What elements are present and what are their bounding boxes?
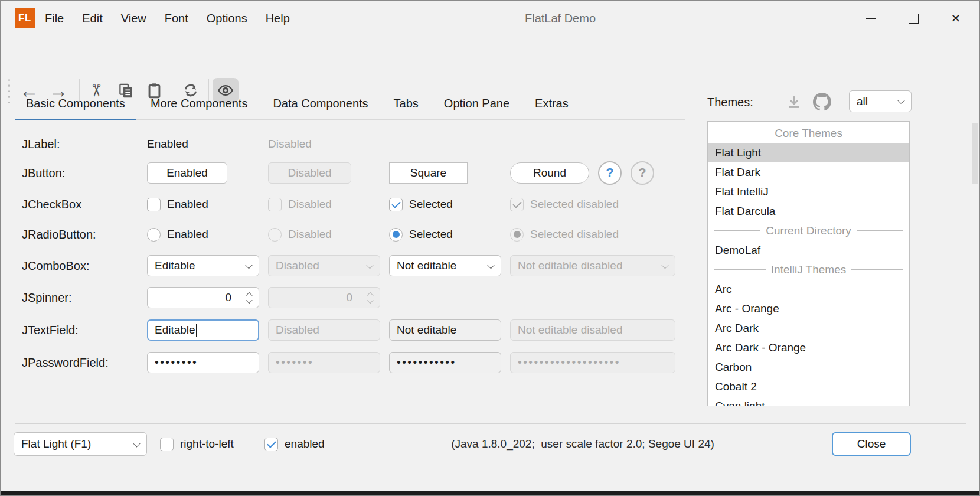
passwordfield-enabled[interactable]: •••••••• [147,352,259,373]
theme-item-flat-light[interactable]: Flat Light [708,143,909,162]
theme-item-arc-dark-orange[interactable]: Arc Dark - Orange [708,338,909,357]
radio-icon [268,228,282,242]
combobox-editable[interactable]: Editable [147,255,259,276]
spinner-up-down-buttons[interactable] [239,288,259,308]
close-window-button[interactable]: ✕ [935,1,977,36]
menu-help[interactable]: Help [266,12,290,25]
minimize-icon [866,18,876,19]
radio-icon [147,228,161,242]
window-title: FlatLaf Demo [525,1,596,36]
github-icon [813,93,831,111]
menu-file[interactable]: File [45,12,64,25]
textfield-editable[interactable]: Editable [147,319,259,341]
flatlaf-demo-window: FL File Edit View Font Options Help Flat… [0,0,980,496]
radio-selected[interactable]: Selected [389,221,501,247]
jpasswordfield-row: JPasswordField: •••••••• ••••••• •••••••… [22,350,683,376]
spinner-enabled[interactable]: 0 [147,287,259,308]
round-button[interactable]: Round [510,162,589,184]
jcheckbox-row: JCheckBox Enabled Disabled Selected Sele… [22,191,683,217]
passwordfield-not-editable[interactable]: ••••••••••• [389,352,501,373]
close-button[interactable]: Close [832,432,911,456]
theme-filter-combobox[interactable]: all [849,90,912,112]
theme-item-carbon[interactable]: Carbon [708,357,909,377]
textfield-not-editable[interactable]: Not editable [389,319,501,341]
square-button[interactable]: Square [389,162,468,184]
theme-item-flat-darcula[interactable]: Flat Darcula [708,201,909,221]
status-text: (Java 1.8.0_202; user scale factor 2.0; … [451,431,714,457]
checkbox-icon [160,438,174,451]
combobox-not-editable[interactable]: Not editable [389,255,501,276]
toolbar: ← → ✂ [1,36,979,74]
maximize-button[interactable] [892,1,935,36]
jcombobox-row: JComboBox: Editable Disabled Not editabl… [22,253,683,279]
tab-tabs[interactable]: Tabs [383,89,430,119]
checkbox-enabled[interactable]: Enabled [147,191,259,217]
jlabel-enabled: Enabled [147,138,188,151]
jbutton-row-label: JButton: [22,160,65,186]
help-button[interactable]: ? [598,161,622,185]
chevron-down-icon[interactable] [239,256,259,276]
enabled-checkbox[interactable]: enabled [264,431,325,457]
disabled-button: Disabled [268,162,351,184]
chevron-down-icon[interactable] [481,256,501,276]
theme-group-separator: IntelliJ Themes [708,260,909,279]
download-themes-button[interactable] [786,94,802,110]
passwordfield-not-editable-disabled: ••••••••••••••••••• [510,352,675,373]
menu-options[interactable]: Options [207,12,247,25]
window-controls: ✕ [850,1,977,36]
theme-item-arc[interactable]: Arc [708,279,909,299]
menu-view[interactable]: View [121,12,146,25]
theme-item-arc-orange[interactable]: Arc - Orange [708,299,909,318]
radio-checked-icon [510,228,524,242]
minimize-button[interactable] [850,1,892,36]
chevron-down-icon [891,91,911,112]
enabled-button[interactable]: Enabled [147,162,227,184]
passwordfield-disabled: ••••••• [268,352,380,373]
right-to-left-checkbox[interactable]: right-to-left [160,431,234,457]
checkbox-icon [147,198,161,211]
jtextfield-row: JTextField: Editable Disabled Not editab… [22,317,683,343]
spinner-up-down-buttons [360,288,380,308]
tab-data-components[interactable]: Data Components [262,89,379,119]
combobox-disabled: Disabled [268,255,380,276]
bottom-separator [15,423,966,424]
tab-more-components[interactable]: More Components [139,89,259,119]
laf-combobox[interactable]: Flat Light (F1) [14,432,147,456]
chevron-down-icon [367,296,373,303]
spinner-disabled: 0 [268,287,380,308]
text-caret [196,324,197,337]
jlabel-disabled: Disabled [268,138,312,151]
jradiobutton-row-label: JRadioButton: [22,221,96,247]
theme-item-arc-dark[interactable]: Arc Dark [708,318,909,338]
jpasswordfield-row-label: JPasswordField: [22,350,109,376]
theme-item-flat-intellij[interactable]: Flat IntelliJ [708,182,909,201]
github-button[interactable] [813,93,831,111]
menu-font[interactable]: Font [165,12,188,25]
checkbox-disabled: Disabled [268,191,380,217]
jspinner-row: JSpinner: 0 0 [22,285,683,311]
tab-option-pane[interactable]: Option Pane [433,89,521,119]
help-button-disabled: ? [631,161,654,185]
theme-group-separator: Core Themes [708,123,909,143]
menu-edit[interactable]: Edit [82,12,102,25]
radio-enabled[interactable]: Enabled [147,221,259,247]
theme-item-demolaf[interactable]: DemoLaf [708,240,909,260]
jcheckbox-row-label: JCheckBox [22,191,81,217]
tab-basic-components[interactable]: Basic Components [15,89,136,119]
checkbox-selected[interactable]: Selected [389,191,501,217]
chevron-down-icon [655,256,675,276]
theme-item-cobalt-2[interactable]: Cobalt 2 [708,377,909,396]
checkbox-checked-icon [510,198,524,211]
radio-selected-disabled: Selected disabled [510,221,675,247]
jcombobox-row-label: JComboBox: [22,253,90,279]
theme-list-scrollbar-thumb[interactable] [972,123,978,184]
theme-item-flat-dark[interactable]: Flat Dark [708,162,909,182]
jlabel-row: JLabel: Enabled Disabled [22,131,683,157]
theme-list: Core Themes Flat Light Flat Dark Flat In… [707,121,910,406]
tab-extras[interactable]: Extras [524,89,580,119]
toolbar-grip[interactable] [8,79,10,103]
menubar: File Edit View Font Options Help [45,1,290,36]
theme-item-cyan-light[interactable]: Cyan light [708,396,909,406]
maximize-icon [909,14,919,24]
jspinner-row-label: JSpinner: [22,285,72,311]
